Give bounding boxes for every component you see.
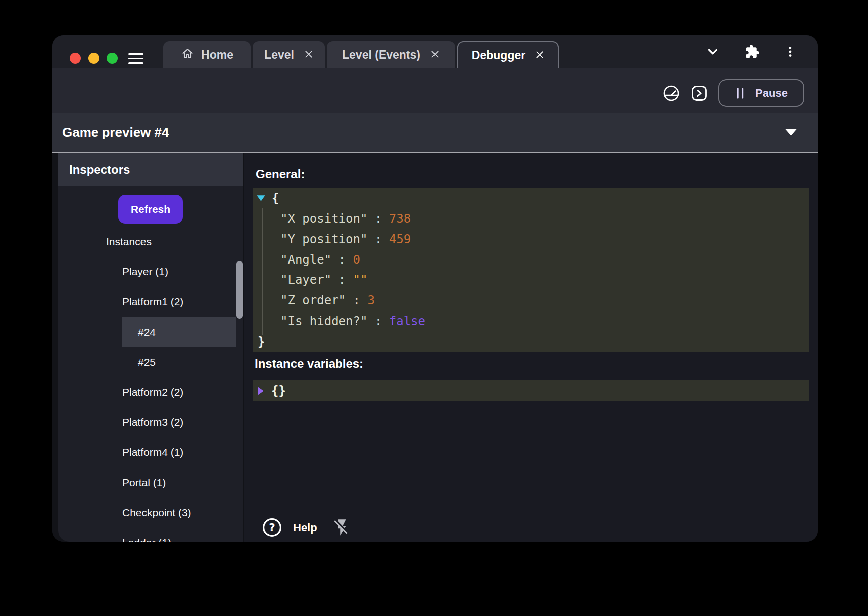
inspectors-sidebar: Inspectors Refresh InstancesPlayer (1)Pl…: [58, 153, 243, 542]
tree-item-label: Platform4 (1): [122, 446, 183, 458]
open-brace: {: [272, 191, 279, 205]
titlebar: HomeLevelLevel (Events)Debugger: [52, 35, 818, 68]
tab-bar: HomeLevelLevel (Events)Debugger: [163, 41, 559, 68]
json-entry-angle: "Angle" : 0: [253, 249, 809, 270]
json-entry-y-position: "Y position" : 459: [253, 229, 809, 250]
collapsed-arrow-icon[interactable]: [257, 386, 264, 396]
json-value: 3: [367, 293, 374, 307]
tree-item-25[interactable]: #25: [58, 347, 243, 377]
key-value-separator: :: [331, 253, 353, 267]
json-value: 738: [389, 212, 411, 226]
pause-icon: [735, 87, 745, 99]
tree-item-label: Platform1 (2): [122, 296, 183, 308]
app-window: HomeLevelLevel (Events)Debugger: [52, 35, 818, 542]
json-root-row: {: [253, 188, 809, 209]
sidebar-scrollbar-thumb[interactable]: [236, 261, 243, 319]
screen: HomeLevelLevel (Events)Debugger: [0, 0, 868, 616]
variables-collapsed-value: {}: [271, 384, 286, 398]
sidebar-title: Inspectors: [58, 153, 243, 186]
instances-tree: InstancesPlayer (1)Platform1 (2)#24#25Pl…: [58, 227, 243, 542]
minimize-window-button[interactable]: [88, 53, 99, 64]
tab-debugger[interactable]: Debugger: [457, 41, 559, 68]
expanded-arrow-icon[interactable]: [256, 195, 266, 202]
json-key: "Is hidden?": [280, 314, 367, 328]
tree-item-24[interactable]: #24: [122, 317, 236, 347]
json-entry-x-position: "X position" : 738: [253, 209, 809, 229]
tab-label: Home: [201, 48, 233, 62]
close-brace: }: [258, 335, 265, 349]
titlebar-actions: [705, 35, 797, 68]
key-value-separator: :: [367, 212, 389, 226]
json-key: "X position": [280, 212, 367, 226]
general-section-label: General:: [256, 167, 305, 181]
help-row: ? Help: [262, 517, 352, 538]
json-value: "": [353, 273, 368, 287]
dropdown-caret-icon[interactable]: [784, 128, 798, 136]
zoom-window-button[interactable]: [107, 53, 118, 64]
json-value: 459: [389, 232, 411, 246]
preview-title: Game preview #4: [52, 125, 169, 140]
pause-button-label: Pause: [755, 87, 788, 100]
speedometer-profiler-icon[interactable]: [662, 84, 680, 102]
key-value-separator: :: [367, 314, 389, 328]
tree-item-label: #24: [138, 326, 156, 338]
debugger-toolbar: Pause: [52, 68, 818, 113]
json-entry-layer: "Layer" : "": [253, 270, 809, 290]
svg-text:?: ?: [269, 521, 275, 534]
tree-item-label: Instances: [106, 236, 152, 248]
close-tab-icon[interactable]: [535, 49, 544, 62]
tab-label: Debugger: [472, 49, 525, 62]
json-key: "Z order": [280, 293, 346, 307]
json-key: "Y position": [280, 232, 367, 246]
refresh-button[interactable]: Refresh: [118, 195, 183, 224]
window-controls: [70, 53, 118, 64]
help-button[interactable]: ? Help: [262, 517, 317, 538]
tree-item-instances[interactable]: Instances: [58, 227, 243, 257]
variables-json-viewer: {}: [253, 380, 809, 401]
pause-button[interactable]: Pause: [718, 79, 804, 107]
content-area: Inspectors Refresh InstancesPlayer (1)Pl…: [52, 153, 818, 542]
tree-item-platform4-1[interactable]: Platform4 (1): [58, 437, 243, 468]
console-icon[interactable]: [690, 84, 708, 102]
json-key: "Layer": [280, 273, 331, 287]
hamburger-menu-icon[interactable]: [128, 53, 143, 64]
key-value-separator: :: [367, 232, 389, 246]
json-key: "Angle": [280, 253, 331, 267]
json-value: 0: [353, 253, 360, 267]
tree-item-checkpoint-3[interactable]: Checkpoint (3): [58, 498, 243, 528]
json-value: false: [389, 314, 425, 328]
tree-item-platform1-2[interactable]: Platform1 (2): [58, 287, 243, 317]
flash-off-icon[interactable]: [332, 518, 352, 537]
kebab-menu-icon[interactable]: [784, 45, 797, 58]
json-entry-is-hidden: "Is hidden?" : false: [253, 311, 809, 332]
key-value-separator: :: [331, 273, 353, 287]
tree-item-label: Platform3 (2): [122, 416, 183, 428]
close-tab-icon[interactable]: [304, 48, 313, 62]
tree-item-portal-1[interactable]: Portal (1): [58, 468, 243, 498]
tree-item-label: Player (1): [122, 266, 168, 278]
tree-item-label: Portal (1): [122, 477, 166, 489]
tree-item-player-1[interactable]: Player (1): [58, 257, 243, 287]
home-icon: [181, 47, 194, 63]
tree-item-label: Ladder (1): [122, 537, 171, 542]
tree-item-ladder-1[interactable]: Ladder (1): [58, 528, 243, 542]
preview-selector[interactable]: Game preview #4: [52, 113, 818, 153]
tree-item-platform3-2[interactable]: Platform3 (2): [58, 407, 243, 437]
chevron-down-icon[interactable]: [705, 44, 720, 59]
tab-level[interactable]: Level: [253, 41, 325, 68]
inspector-panel: General: {"X position" : 738"Y position"…: [244, 153, 818, 542]
question-circle-icon: ?: [262, 517, 282, 538]
close-window-button[interactable]: [70, 53, 81, 64]
key-value-separator: :: [346, 293, 367, 307]
close-tab-icon[interactable]: [430, 48, 440, 62]
json-entry-z-order: "Z order" : 3: [253, 290, 809, 311]
tree-item-label: Checkpoint (3): [122, 507, 191, 519]
puzzle-extensions-icon[interactable]: [745, 44, 760, 59]
tab-level-events[interactable]: Level (Events): [327, 41, 455, 68]
json-close-row: }: [253, 331, 809, 352]
tab-label: Level (Events): [342, 48, 420, 62]
help-label: Help: [293, 521, 317, 534]
tree-item-platform2-2[interactable]: Platform2 (2): [58, 377, 243, 407]
tab-home[interactable]: Home: [163, 41, 251, 68]
tree-item-label: #25: [138, 356, 156, 368]
